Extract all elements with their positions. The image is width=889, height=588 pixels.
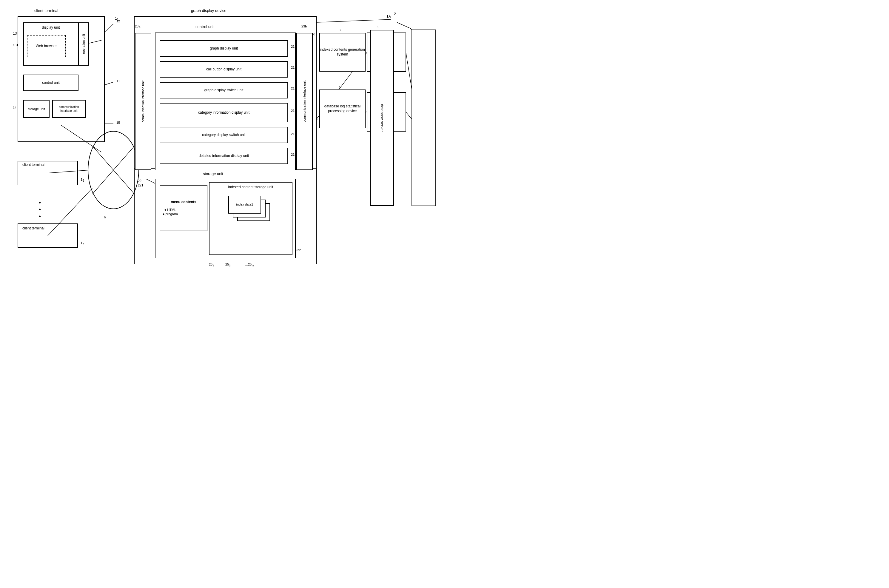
svg-line-15 bbox=[48, 170, 90, 173]
label-ref-2: 2 bbox=[394, 12, 396, 16]
svg-line-14 bbox=[61, 125, 101, 152]
label-client-terminal-n: client terminal bbox=[23, 226, 45, 230]
label-ref-213: 213 bbox=[291, 87, 296, 90]
comm-interface-client-label: communication interface unit bbox=[53, 105, 85, 113]
indexed-contents-gen-box: indexed contents generation system bbox=[319, 33, 366, 72]
label-ref-222: 222 bbox=[296, 248, 301, 252]
label-ref-1-n: 1n bbox=[81, 241, 84, 246]
graph-display-switch-unit-label: graph display switch unit bbox=[204, 88, 243, 93]
display-unit-label: display unit bbox=[42, 26, 60, 30]
svg-line-23 bbox=[406, 112, 412, 119]
graph-display-switch-unit-box: graph display switch unit bbox=[160, 82, 288, 99]
comm-interface-23a-label: communication interface unit bbox=[141, 81, 145, 122]
label-ref-25m: …25m bbox=[245, 262, 254, 267]
label-client-terminal-2: client terminal bbox=[23, 163, 45, 167]
label-ref-221: 221 bbox=[138, 183, 143, 187]
label-ref-5: 5 bbox=[377, 26, 379, 29]
label-control-unit-main: control unit bbox=[195, 24, 215, 29]
category-display-switch-unit-box: category display switch unit bbox=[160, 127, 288, 143]
web-browser-label: Web browser bbox=[36, 44, 57, 49]
svg-line-25 bbox=[89, 40, 101, 43]
comm-interface-23b-box: communication interface unit bbox=[296, 33, 313, 170]
web-browser-box: Web browser bbox=[27, 35, 66, 57]
label-ref-13: 13 bbox=[13, 32, 17, 36]
label-ref-23a: 23a bbox=[135, 24, 140, 28]
call-button-display-unit-box: call button display unit bbox=[160, 61, 288, 78]
call-button-display-unit-label: call button display unit bbox=[206, 67, 242, 72]
category-display-switch-unit-label: category display switch unit bbox=[202, 133, 246, 138]
storage-unit-client-label: storage unit bbox=[28, 107, 45, 111]
category-information-display-unit-box: category information display unit bbox=[160, 103, 288, 122]
control-unit-client-label: control unit bbox=[42, 81, 60, 86]
database-server-label: database server bbox=[380, 104, 384, 132]
comm-interface-23a-box: communication interface unit bbox=[135, 33, 151, 170]
label-dots: ••• bbox=[39, 199, 42, 220]
database-server-box: database server bbox=[370, 30, 394, 206]
label-network-6: 6 bbox=[104, 215, 106, 219]
svg-rect-4 bbox=[412, 30, 436, 206]
graph-display-unit-label: graph display unit bbox=[210, 46, 238, 51]
label-ref-3: 3 bbox=[339, 28, 341, 32]
storage-unit-client-box: storage unit bbox=[23, 100, 50, 118]
control-unit-client-box: control unit bbox=[23, 75, 78, 91]
label-ref-22: 22 bbox=[138, 179, 141, 183]
label-ref-216: 216 bbox=[291, 153, 296, 156]
label-ref-252: 252 bbox=[225, 262, 230, 267]
category-information-display-unit-label: category information display unit bbox=[198, 110, 249, 115]
label-ref-251: 251 bbox=[209, 262, 214, 267]
label-ref-23b: 23b bbox=[302, 24, 307, 28]
label-ref-1-2: 12 bbox=[81, 177, 84, 182]
index-data-1-label: index data1 bbox=[236, 202, 253, 207]
label-storage-unit-main: storage unit bbox=[203, 171, 223, 176]
svg-point-11 bbox=[88, 131, 139, 209]
svg-line-12 bbox=[93, 146, 134, 194]
label-ref-4: 4 bbox=[339, 85, 341, 88]
label-ref-11: 11 bbox=[116, 79, 120, 82]
detailed-information-display-unit-label: detailed information display unit bbox=[199, 154, 249, 158]
svg-line-24 bbox=[104, 24, 113, 33]
svg-line-13 bbox=[93, 146, 134, 194]
indexed-content-storage-unit-label: indexed content storage unit bbox=[228, 185, 273, 190]
svg-line-22 bbox=[406, 52, 412, 90]
graph-display-unit-box: graph display unit bbox=[160, 40, 288, 57]
display-unit-box: display unit Web browser bbox=[23, 22, 78, 66]
menu-contents-box: menu contents ● HTML ● program bbox=[160, 185, 207, 231]
svg-line-10 bbox=[410, 28, 412, 30]
detailed-information-display-unit-box: detailed information display unit bbox=[160, 148, 288, 164]
indexed-content-storage-unit-box: indexed content storage unit m 2 index d… bbox=[209, 182, 293, 255]
comm-interface-23b-label: communication interface unit bbox=[302, 81, 306, 122]
menu-contents-label: menu contents bbox=[171, 200, 196, 205]
label-ref-14: 14 bbox=[13, 106, 17, 110]
label-ref-131: 131 bbox=[13, 43, 18, 47]
label-ref-15: 15 bbox=[116, 121, 120, 124]
svg-line-30 bbox=[146, 179, 155, 183]
diagram-container: client terminal 11 13 131 display unit W… bbox=[0, 0, 444, 294]
svg-line-16 bbox=[48, 188, 93, 236]
label-ref-215: 215 bbox=[291, 132, 296, 136]
label-ref-212: 212 bbox=[291, 66, 296, 69]
label-graph-display-device: graph display device bbox=[191, 8, 227, 13]
label-ref-12: 12 bbox=[116, 20, 120, 23]
label-ref-211: 211 bbox=[291, 45, 296, 48]
label-client-terminal-main: client terminal bbox=[34, 8, 58, 13]
label-1A: 1A bbox=[386, 14, 391, 18]
comm-interface-client-box: communication interface unit bbox=[52, 100, 86, 118]
database-log-stat-box: database log statistical processing devi… bbox=[319, 90, 366, 128]
operation-unit-label: operation unit bbox=[81, 34, 86, 54]
indexed-contents-gen-label: indexed contents generation system bbox=[320, 47, 365, 57]
index-data-1-box: index data1 bbox=[228, 196, 261, 214]
label-ref-214: 214 bbox=[291, 109, 296, 112]
menu-contents-items: ● HTML ● program bbox=[163, 208, 178, 216]
svg-line-27 bbox=[104, 82, 113, 85]
svg-line-26 bbox=[316, 20, 391, 22]
database-log-stat-label: database log statistical processing devi… bbox=[320, 104, 365, 113]
operation-unit-box: operation unit bbox=[78, 22, 89, 66]
svg-line-9 bbox=[397, 22, 410, 28]
